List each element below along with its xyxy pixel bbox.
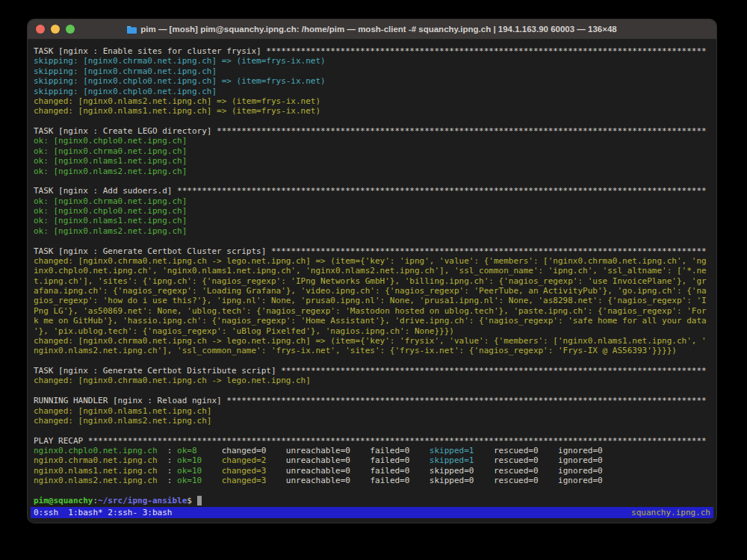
terminal-screen[interactable]: TASK [nginx : Enable sites for cluster f… [28,39,716,523]
terminal-line [34,236,710,246]
terminal-line: skipping: [nginx0.chrma0.net.ipng.ch] [34,66,710,76]
terminal-cursor [197,496,202,505]
window-titlebar[interactable]: pim — [mosh] pim@squanchy.ipng.ch: /home… [28,19,716,40]
terminal-line: changed: [nginx0.chrma0.net.ipng.ch -> l… [34,376,710,385]
window-title: pim — [mosh] pim@squanchy.ipng.ch: /home… [127,25,616,34]
terminal-line: ok: [nginx0.nlams2.net.ipng.ch] [34,167,710,176]
folder-icon [127,25,137,34]
terminal-line [34,116,710,126]
terminal-line: ok: [nginx0.chrma0.net.ipng.ch] [34,196,710,206]
terminal-line: ok: [nginx0.nlams2.net.ipng.ch] [34,226,710,236]
terminal-line: skipping: [nginx0.chplo0.net.ipng.ch] =>… [34,76,710,86]
terminal-line: ok: [nginx0.nlams1.net.ipng.ch] [34,156,710,166]
fullscreen-button[interactable] [66,25,75,34]
terminal-line: skipping: [nginx0.chrma0.net.ipng.ch] =>… [34,56,710,66]
terminal-line: '}, 'pix.ublog.tech': {'nagios_regexp': … [34,326,710,336]
terminal-line: gios_regexp': 'how do i use this?'}, 'ip… [34,296,710,305]
terminal-line: nginx0.nlams1.net.ipng.ch : ok=10 change… [34,466,710,476]
terminal-line: changed: [nginx0.chrma0.net.ipng.ch -> l… [34,336,710,346]
terminal-window: pim — [mosh] pim@squanchy.ipng.ch: /home… [27,19,717,523]
terminal-line: nginx0.nlams2.net.ipng.ch : ok=10 change… [34,476,710,485]
terminal-line: changed: [nginx0.nlams2.net.ipng.ch] => … [34,96,710,106]
terminal-line: k me on GitHub'}, 'hassio.ipng.ch': {'na… [34,316,710,326]
terminal-line: ok: [nginx0.chplo0.net.ipng.ch] [34,136,710,146]
terminal-line: t.ipng.ch'], 'sites': {'ipng.ch': {'nagi… [34,276,710,286]
terminal-line: TASK [nginx : Create LEGO directory] ***… [34,126,710,136]
terminal-line: inx0.chplo0.net.ipng.ch', 'nginx0.nlams1… [34,266,710,276]
terminal-line: skipping: [nginx0.chplo0.net.ipng.ch] [34,87,710,96]
tmux-hostname: squanchy.ipng.ch [631,507,710,518]
minimize-button[interactable] [51,25,60,34]
terminal-line: RUNNING HANDLER [nginx : Reload nginx] *… [34,396,710,405]
terminal-line: ok: [nginx0.chplo0.net.ipng.ch] [34,206,710,216]
terminal-line: nginx0.nlams2.net.ipng.ch'], 'ssl_common… [34,346,710,355]
terminal-line: nginx0.chplo0.net.ipng.ch : ok=8 changed… [34,446,710,455]
terminal-line: pim@squanchy:~/src/ipng-ansible$ [34,496,710,505]
terminal-line [34,176,710,186]
terminal-line: TASK [nginx : Add sudoers.d] ***********… [34,186,710,196]
terminal-line: TASK [nginx : Generate Certbot Distribut… [34,366,710,376]
terminal-line: changed: [nginx0.nlams1.net.ipng.ch] [34,406,710,416]
traffic-lights [36,19,75,39]
terminal-line: nginx0.chrma0.net.ipng.ch : ok=10 change… [34,455,710,465]
terminal-line [34,356,710,366]
terminal-line: TASK [nginx : Generate Certbot Cluster s… [34,246,710,256]
terminal-line: changed: [nginx0.chrma0.net.ipng.ch -> l… [34,256,710,266]
terminal-line: changed: [nginx0.nlams2.net.ipng.ch] [34,416,710,426]
close-button[interactable] [36,25,45,34]
terminal-line: ok: [nginx0.chrma0.net.ipng.ch] [34,146,710,156]
tmux-status-bar: 0:ssh 1:bash* 2:ssh- 3:bash squanchy.ipn… [31,507,713,518]
terminal-line: changed: [nginx0.nlams1.net.ipng.ch] => … [34,106,710,116]
terminal-output: TASK [nginx : Enable sites for cluster f… [34,46,710,505]
terminal-line [34,426,710,435]
terminal-line: TASK [nginx : Enable sites for cluster f… [34,46,710,56]
terminal-line: PLAY RECAP *****************************… [34,436,710,446]
terminal-line [34,486,710,496]
terminal-line: afana.ipng.ch': {'nagios_regexp': 'Loadi… [34,286,710,296]
terminal-line: Png LG'}, 'as50869.net': None, 'ublog.te… [34,306,710,316]
window-title-text: pim — [mosh] pim@squanchy.ipng.ch: /home… [140,25,616,34]
page-background: { "colors":{ "term-bg":"#1d1d1d", "title… [0,0,747,560]
tmux-window-list[interactable]: 0:ssh 1:bash* 2:ssh- 3:bash [34,507,172,518]
terminal-line: ok: [nginx0.nlams1.net.ipng.ch] [34,216,710,225]
terminal-line [34,386,710,396]
